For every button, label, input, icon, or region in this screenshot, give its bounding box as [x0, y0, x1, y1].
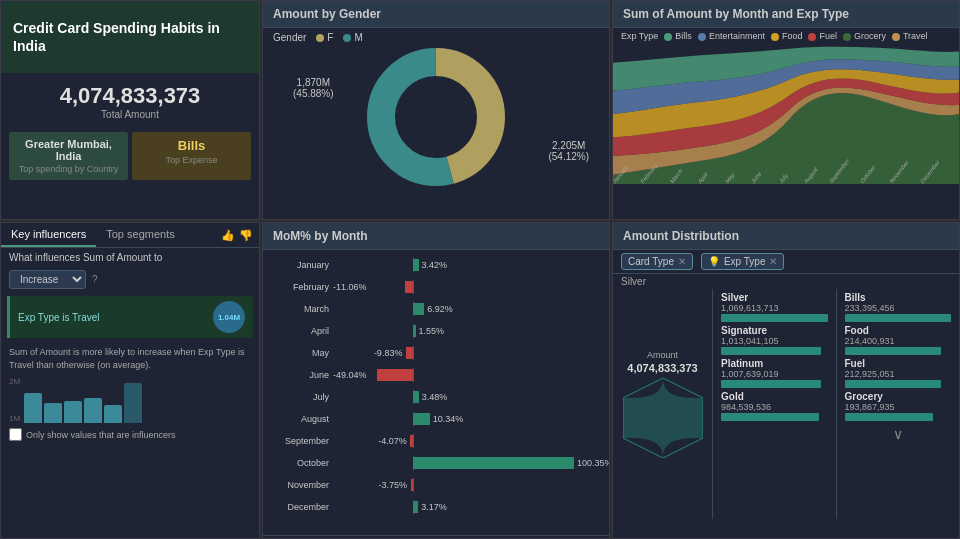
- mom-bar-container: -9.83%: [333, 346, 601, 360]
- mom-value-label: -49.04%: [333, 370, 367, 380]
- dist-exp-item: Fuel 212,925,051: [845, 358, 952, 388]
- male-label: 2,205M (54.12%): [548, 140, 589, 162]
- dist-filter-row: Card Type ✕ 💡 Exp Type ✕: [613, 250, 959, 274]
- dist-card-item: Gold 984,539,536: [721, 391, 828, 421]
- dist-exp-name: Grocery: [845, 391, 952, 402]
- mom-month-label: February: [271, 282, 329, 292]
- dist-card-val: 984,539,536: [721, 402, 828, 412]
- mom-bar-container: 3.48%: [333, 390, 601, 404]
- exp-type-filter-label: Exp Type: [724, 256, 766, 267]
- dist-card-val: 1,007,639,019: [721, 369, 828, 379]
- dist-exp-val: 214,400,931: [845, 336, 952, 346]
- legend-entertainment: Entertainment: [698, 31, 765, 41]
- thumbs-down-icon[interactable]: 👎: [239, 229, 253, 242]
- ki-help-icon[interactable]: ?: [92, 274, 98, 285]
- mom-bar-container: 100.35%: [333, 456, 601, 470]
- panel-distribution: Amount Distribution Card Type ✕ 💡 Exp Ty…: [612, 222, 960, 539]
- expense-label: Top Expense: [140, 155, 243, 165]
- dist-card-name: Silver: [721, 292, 828, 303]
- dist-exp-items: Bills 233,395,456 Food 214,400,931 Fuel …: [845, 292, 952, 421]
- dist-card-bar: [721, 314, 828, 322]
- tab-top-segments[interactable]: Top segments: [96, 223, 184, 247]
- bulb-icon: 💡: [708, 256, 720, 267]
- stats-row: Greater Mumbai, India Top spending by Co…: [1, 124, 259, 188]
- sankey-svg: [623, 378, 703, 458]
- mom-row-april: April1.55%: [271, 320, 601, 342]
- ki-checkbox-input[interactable]: [9, 428, 22, 441]
- mom-row-march: March6.92%: [271, 298, 601, 320]
- ki-influencer-label: Exp Type is Travel: [18, 312, 100, 323]
- mom-bar-container: 1.55%: [333, 324, 601, 338]
- expense-stat: Bills Top Expense: [132, 132, 251, 180]
- country-label: Top spending by Country: [17, 164, 120, 174]
- legend-f: F: [316, 32, 333, 43]
- dist-exp-name: Fuel: [845, 358, 952, 369]
- dist-exp-bar: [845, 380, 942, 388]
- dist-exp-val: 193,867,935: [845, 402, 952, 412]
- mom-month-label: November: [271, 480, 329, 490]
- ki-bar-4: [84, 398, 102, 423]
- mom-value-label: -9.83%: [374, 348, 403, 358]
- dist-card-items: Silver 1,069,613,713 Signature 1,013,041…: [721, 292, 828, 421]
- dist-exp-val: 233,395,456: [845, 303, 952, 313]
- country-stat: Greater Mumbai, India Top spending by Co…: [9, 132, 128, 180]
- mom-value-label: 3.42%: [422, 260, 448, 270]
- mom-bar-container: 6.92%: [333, 302, 601, 316]
- exp-type-filter[interactable]: 💡 Exp Type ✕: [701, 253, 785, 270]
- mom-row-january: January3.42%: [271, 254, 601, 276]
- dist-content: Amount 4,074,833,373 Silver 1,069,613,71…: [613, 289, 959, 519]
- card-type-filter[interactable]: Card Type ✕: [621, 253, 693, 270]
- title-text: Credit Card Spending Habits in India: [13, 19, 247, 55]
- total-amount-section: 4,074,833,373 Total Amount: [1, 73, 259, 124]
- dist-exp-val: 212,925,051: [845, 369, 952, 379]
- mom-bar-container: -11.06%: [333, 280, 601, 294]
- female-label: 1,870M (45.88%): [293, 77, 334, 99]
- mom-row-september: September-4.07%: [271, 430, 601, 452]
- ki-y-axis: 2M 1M: [9, 377, 20, 423]
- panel-month-exp: Sum of Amount by Month and Exp Type Exp …: [612, 0, 960, 220]
- dist-exp-item: Bills 233,395,456: [845, 292, 952, 322]
- gender-chart-title: Amount by Gender: [263, 1, 609, 28]
- country-name: Greater Mumbai, India: [17, 138, 120, 162]
- dist-amount-label: Amount: [647, 350, 678, 360]
- panel-summary: Credit Card Spending Habits in India 4,0…: [0, 0, 260, 220]
- dist-card-name: Gold: [721, 391, 828, 402]
- dist-title-text: Amount Distribution: [623, 229, 739, 243]
- mom-bar-container: 3.17%: [333, 500, 601, 514]
- panel-key-influencers: Key influencers Top segments 👍 👎 What in…: [0, 222, 260, 539]
- dist-exp-bar: [845, 413, 933, 421]
- total-amount-value: 4,074,833,373: [1, 83, 259, 109]
- ki-badge: 1.04M: [213, 301, 245, 333]
- exp-type-filter-x[interactable]: ✕: [769, 256, 777, 267]
- mom-row-october: October100.35%: [271, 452, 601, 474]
- card-type-filter-x[interactable]: ✕: [678, 256, 686, 267]
- mom-row-may: May-9.83%: [271, 342, 601, 364]
- tab-key-influencers[interactable]: Key influencers: [1, 223, 96, 247]
- dist-exp-bar: [845, 314, 952, 322]
- mom-value-label: -4.07%: [378, 436, 407, 446]
- mom-month-label: March: [271, 304, 329, 314]
- mom-value-label: 6.92%: [427, 304, 453, 314]
- dist-amount-value: 4,074,833,373: [627, 362, 697, 374]
- ki-increase-select[interactable]: Increase Decrease: [9, 270, 86, 289]
- ki-question-text: What influences Sum of Amount to: [1, 248, 259, 267]
- mom-bar-container: -3.75%: [333, 478, 601, 492]
- mom-value-label: 1.55%: [419, 326, 445, 336]
- legend-travel: Travel: [892, 31, 928, 41]
- mom-month-label: August: [271, 414, 329, 424]
- mom-bar-container: 3.42%: [333, 258, 601, 272]
- chevron-down-icon[interactable]: ∨: [845, 424, 952, 444]
- mom-bar-container: -49.04%: [333, 368, 601, 382]
- ki-influencer-item: Exp Type is Travel 1.04M: [7, 296, 253, 338]
- legend-bills: Bills: [664, 31, 692, 41]
- dist-amount-section: Amount 4,074,833,373: [613, 289, 713, 519]
- legend-grocery: Grocery: [843, 31, 886, 41]
- dist-exp-item: Food 214,400,931: [845, 325, 952, 355]
- mom-value-label: 3.17%: [421, 502, 447, 512]
- month-title-text: Sum of Amount by Month and Exp Type: [623, 7, 849, 21]
- ki-action-icons: 👍 👎: [215, 225, 259, 246]
- mom-month-label: April: [271, 326, 329, 336]
- mom-title: MoM% by Month: [263, 223, 609, 250]
- stream-chart-svg: January February March April May June Ju…: [613, 44, 959, 184]
- thumbs-up-icon[interactable]: 👍: [221, 229, 235, 242]
